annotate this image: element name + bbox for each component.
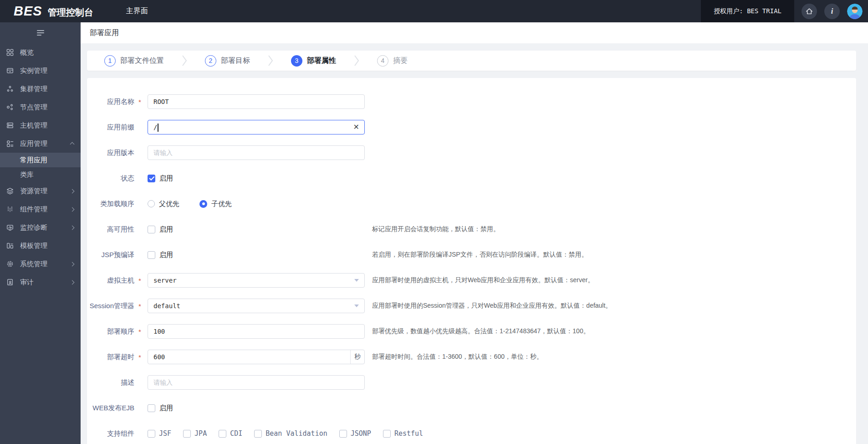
home-button[interactable] — [802, 4, 817, 19]
monitor-icon — [6, 224, 14, 231]
step-label: 部署目标 — [221, 56, 250, 66]
step-summary[interactable]: 4 摘要 — [377, 55, 408, 67]
app-name-input[interactable] — [148, 94, 365, 109]
app-version-label: 应用版本 — [87, 149, 134, 157]
tab-main-view[interactable]: 主界面 — [126, 6, 148, 16]
session-manager-hint: 应用部署时使用的Session管理器，只对Web应用和企业应用有效。默认值：de… — [372, 302, 612, 310]
logo-title: 管理控制台 — [48, 6, 93, 19]
virtual-host-label: 虚拟主机 — [87, 276, 134, 285]
component-cdi-checkbox[interactable] — [219, 430, 226, 438]
app-name-label: 应用名称 — [87, 98, 134, 106]
component-jpa-label: JPA — [194, 429, 207, 438]
virtual-host-select[interactable]: server — [148, 273, 365, 288]
web-publish-ejb-checkbox[interactable] — [148, 404, 155, 412]
component-restful-checkbox[interactable] — [383, 430, 391, 438]
step-separator-icon — [267, 54, 274, 67]
cluster-icon — [6, 85, 14, 93]
high-availability-checkbox[interactable] — [148, 226, 155, 233]
chevron-right-icon — [70, 189, 75, 193]
step-separator-icon — [181, 54, 188, 67]
deploy-stepper: 1 部署文件位置 2 部署目标 3 部署属性 4 摘要 — [87, 51, 856, 71]
session-manager-value: default — [148, 302, 354, 310]
description-input[interactable] — [148, 375, 365, 390]
top-bar: BES 管理控制台 主界面 授权用户: BES TRIAL i — [0, 0, 868, 22]
clear-icon[interactable]: ✕ — [353, 124, 359, 131]
sidebar-item-overview[interactable]: 概览 — [0, 43, 81, 62]
high-availability-enable-label: 启用 — [159, 225, 173, 234]
licensed-user-label: 授权用户: BES TRIAL — [701, 0, 794, 22]
sidebar-item-libraries[interactable]: 类库 — [0, 167, 81, 182]
step-separator-icon — [353, 54, 360, 67]
resource-icon — [6, 187, 14, 195]
status-enable-checkbox[interactable] — [148, 175, 155, 182]
status-label: 状态 — [87, 174, 134, 183]
avatar-icon — [847, 4, 863, 19]
app-prefix-input[interactable] — [148, 120, 353, 134]
collapse-sidebar-icon — [37, 30, 44, 36]
deploy-order-input[interactable] — [148, 324, 365, 339]
dropdown-arrow-icon — [354, 279, 359, 282]
virtual-host-value: server — [148, 277, 354, 284]
component-jsf-checkbox[interactable] — [148, 430, 155, 438]
sidebar-item-components[interactable]: 组件管理 — [0, 200, 81, 218]
deploy-properties-form: 应用名称 * 应用前缀 ✕ 应用版本 — [87, 78, 856, 444]
step-deploy-file-location[interactable]: 1 部署文件位置 — [104, 55, 164, 67]
parent-first-label: 父优先 — [159, 200, 179, 208]
home-icon — [805, 7, 813, 15]
sidebar-item-nodes[interactable]: 节点管理 — [0, 98, 81, 116]
sidebar-item-clusters[interactable]: 集群管理 — [0, 80, 81, 98]
component-jsf-label: JSF — [159, 429, 171, 438]
high-availability-label: 高可用性 — [87, 225, 134, 234]
step-label: 部署属性 — [307, 56, 336, 66]
audit-icon — [6, 279, 14, 286]
description-label: 描述 — [87, 378, 134, 387]
jsp-precompile-checkbox[interactable] — [148, 251, 155, 259]
info-button[interactable]: i — [824, 4, 840, 19]
app-version-input[interactable] — [148, 145, 365, 160]
required-mark: * — [136, 328, 143, 336]
gear-icon — [6, 260, 14, 268]
session-manager-label: Session管理器 — [87, 302, 134, 310]
sidebar-item-monitoring[interactable]: 监控诊断 — [0, 218, 81, 237]
step-number: 3 — [291, 55, 302, 67]
session-manager-select[interactable]: default — [148, 299, 365, 313]
sidebar-item-system[interactable]: 系统管理 — [0, 255, 81, 273]
instance-icon — [6, 67, 14, 74]
step-number: 4 — [377, 55, 388, 67]
component-jsonp-label: JSONP — [351, 429, 371, 438]
component-bean-validation-checkbox[interactable] — [254, 430, 262, 438]
status-enable-label: 启用 — [159, 174, 173, 183]
sidebar-item-audit[interactable]: 审计 — [0, 273, 81, 291]
template-icon — [6, 242, 14, 249]
step-label: 部署文件位置 — [120, 56, 164, 66]
sidebar-item-templates[interactable]: 模板管理 — [0, 237, 81, 255]
chevron-right-icon — [70, 225, 75, 230]
application-icon — [6, 140, 14, 147]
collapse-sidebar-button[interactable] — [0, 22, 81, 43]
components-label: 支持组件 — [87, 429, 134, 438]
component-jpa-checkbox[interactable] — [183, 430, 191, 438]
app-prefix-field: ✕ — [148, 120, 365, 134]
parent-first-radio[interactable] — [148, 200, 155, 207]
sidebar: 概览 实例管理 集群管理 节点管理 主机管理 应用管理 常用应用 类库 资源管理… — [0, 22, 81, 444]
step-deploy-target[interactable]: 2 部署目标 — [205, 55, 250, 67]
step-label: 摘要 — [393, 56, 408, 66]
sidebar-item-applications[interactable]: 应用管理 — [0, 134, 81, 153]
sidebar-item-resources[interactable]: 资源管理 — [0, 182, 81, 200]
child-first-radio[interactable] — [199, 200, 207, 208]
sidebar-item-hosts[interactable]: 主机管理 — [0, 116, 81, 134]
deploy-timeout-input[interactable] — [148, 350, 350, 364]
classload-order-label: 类加载顺序 — [87, 200, 134, 208]
overview-icon — [6, 49, 14, 56]
sidebar-item-common-apps[interactable]: 常用应用 — [0, 153, 81, 167]
page-title: 部署应用 — [90, 28, 119, 38]
step-deploy-properties[interactable]: 3 部署属性 — [291, 55, 336, 67]
required-mark: * — [136, 353, 143, 361]
jsp-precompile-enable-label: 启用 — [159, 251, 173, 259]
sidebar-item-instances[interactable]: 实例管理 — [0, 62, 81, 80]
component-icon — [6, 206, 14, 213]
component-jsonp-checkbox[interactable] — [339, 430, 347, 438]
info-icon: i — [831, 7, 833, 16]
component-bean-validation-label: Bean Validation — [266, 429, 327, 438]
user-avatar[interactable] — [847, 4, 863, 19]
